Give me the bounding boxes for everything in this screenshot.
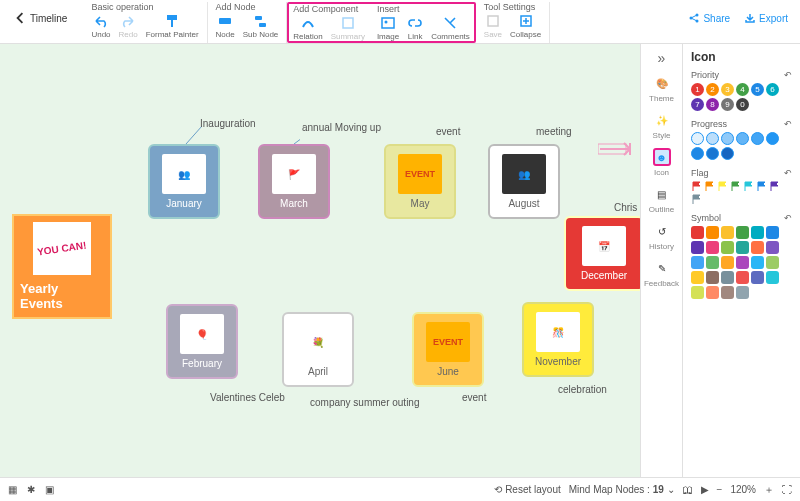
symbol-22[interactable] [751, 271, 764, 284]
priority-10[interactable]: 0 [736, 98, 749, 111]
annot-aug[interactable]: meeting [536, 126, 572, 137]
annot-jan[interactable]: Inauguration [200, 118, 256, 129]
priority-4[interactable]: 4 [736, 83, 749, 96]
symbol-5[interactable] [766, 226, 779, 239]
annot-jun[interactable]: event [462, 392, 486, 403]
node-jun[interactable]: EVENTJune [412, 312, 484, 387]
help-icon[interactable]: 🕮 [683, 484, 693, 495]
priority-3[interactable]: 3 [721, 83, 734, 96]
reset-icon[interactable]: ↶ [784, 70, 792, 80]
view-fit-icon[interactable]: ▣ [45, 484, 54, 495]
insert-link-button[interactable]: Link [407, 15, 423, 41]
symbol-26[interactable] [721, 286, 734, 299]
view-center-icon[interactable]: ✱ [27, 484, 35, 495]
flag-5[interactable] [756, 181, 767, 192]
reset-icon[interactable]: ↶ [784, 168, 792, 178]
symbol-12[interactable] [691, 256, 704, 269]
redo-button[interactable]: Redo [119, 13, 138, 39]
presentation-icon[interactable]: ▶ [701, 484, 709, 495]
insert-image-button[interactable]: Image [377, 15, 399, 41]
rail-collapse[interactable]: » [641, 50, 682, 66]
annot-apr[interactable]: company summer outing [310, 397, 420, 408]
node-may[interactable]: EVENTMay [384, 144, 456, 219]
zoom-out-button[interactable]: − [717, 484, 723, 495]
priority-2[interactable]: 2 [706, 83, 719, 96]
annot-dec[interactable]: Chris [614, 202, 637, 213]
add-subnode-button[interactable]: Sub Node [243, 13, 279, 39]
progress-5[interactable] [766, 132, 779, 145]
symbol-20[interactable] [721, 271, 734, 284]
reset-icon[interactable]: ↶ [784, 213, 792, 223]
symbol-15[interactable] [736, 256, 749, 269]
symbol-10[interactable] [751, 241, 764, 254]
symbol-23[interactable] [766, 271, 779, 284]
rail-history[interactable]: ↺History [641, 222, 682, 251]
node-apr[interactable]: 💐April [282, 312, 354, 387]
share-button[interactable]: Share [688, 12, 730, 24]
node-mar[interactable]: 🚩March [258, 144, 330, 219]
progress-1[interactable] [706, 132, 719, 145]
progress-0[interactable] [691, 132, 704, 145]
priority-1[interactable]: 1 [691, 83, 704, 96]
view-grid-icon[interactable]: ▦ [8, 484, 17, 495]
symbol-21[interactable] [736, 271, 749, 284]
flag-1[interactable] [704, 181, 715, 192]
flag-4[interactable] [743, 181, 754, 192]
node-nov[interactable]: 🎊November [522, 302, 594, 377]
annot-feb[interactable]: Valentines Celeb [210, 392, 285, 403]
rail-outline[interactable]: ▤Outline [641, 185, 682, 214]
rail-style[interactable]: ✨Style [641, 111, 682, 140]
symbol-25[interactable] [706, 286, 719, 299]
flag-6[interactable] [769, 181, 780, 192]
annot-may[interactable]: event [436, 126, 460, 137]
symbol-24[interactable] [691, 286, 704, 299]
progress-3[interactable] [736, 132, 749, 145]
symbol-16[interactable] [751, 256, 764, 269]
flag-0[interactable] [691, 181, 702, 192]
symbol-13[interactable] [706, 256, 719, 269]
zoom-in-button[interactable]: ＋ [764, 483, 774, 497]
symbol-19[interactable] [706, 271, 719, 284]
back-button[interactable]: Timeline [6, 2, 75, 34]
progress-2[interactable] [721, 132, 734, 145]
priority-5[interactable]: 5 [751, 83, 764, 96]
root-node[interactable]: YOU CAN! Yearly Events [12, 214, 112, 319]
symbol-9[interactable] [736, 241, 749, 254]
export-button[interactable]: Export [744, 12, 788, 24]
symbol-8[interactable] [721, 241, 734, 254]
priority-8[interactable]: 8 [706, 98, 719, 111]
collapse-button[interactable]: Collapse [510, 13, 541, 39]
undo-button[interactable]: Undo [91, 13, 110, 39]
symbol-3[interactable] [736, 226, 749, 239]
reset-layout-button[interactable]: ⟲ Reset layout [494, 484, 560, 495]
symbol-2[interactable] [721, 226, 734, 239]
progress-6[interactable] [691, 147, 704, 160]
progress-4[interactable] [751, 132, 764, 145]
progress-7[interactable] [706, 147, 719, 160]
node-aug[interactable]: 👥August [488, 144, 560, 219]
rail-theme[interactable]: 🎨Theme [641, 74, 682, 103]
annot-nov[interactable]: celebration [558, 384, 607, 395]
mindmap-canvas[interactable]: YOU CAN! Yearly Events Inauguration annu… [0, 44, 640, 477]
symbol-0[interactable] [691, 226, 704, 239]
format-painter-button[interactable]: Format Painter [146, 13, 199, 39]
symbol-7[interactable] [706, 241, 719, 254]
symbol-4[interactable] [751, 226, 764, 239]
symbol-17[interactable] [766, 256, 779, 269]
annot-mar[interactable]: annual Moving up [302, 122, 381, 133]
symbol-11[interactable] [766, 241, 779, 254]
save-button[interactable]: Save [484, 13, 502, 39]
flag-2[interactable] [717, 181, 728, 192]
relation-button[interactable]: Relation [293, 15, 322, 41]
priority-9[interactable]: 9 [721, 98, 734, 111]
symbol-18[interactable] [691, 271, 704, 284]
flag-3[interactable] [730, 181, 741, 192]
rail-icon[interactable]: ☻Icon [641, 148, 682, 177]
reset-icon[interactable]: ↶ [784, 119, 792, 129]
node-dec[interactable]: 📅December [564, 216, 640, 291]
fullscreen-icon[interactable]: ⛶ [782, 484, 792, 495]
add-node-button[interactable]: Node [216, 13, 235, 39]
priority-6[interactable]: 6 [766, 83, 779, 96]
summary-button[interactable]: Summary [331, 15, 365, 41]
node-jan[interactable]: 👥January [148, 144, 220, 219]
